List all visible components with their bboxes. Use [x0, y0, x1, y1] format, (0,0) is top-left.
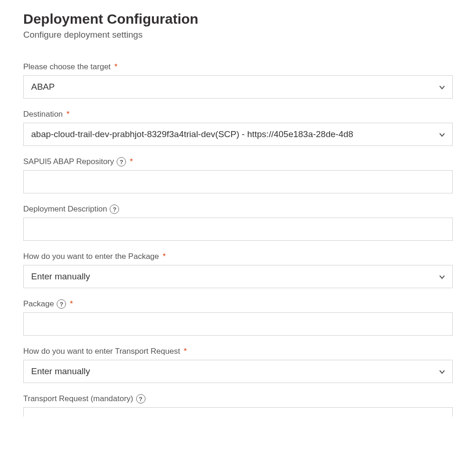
chevron-down-icon: [438, 131, 446, 138]
field-transport-mode: How do you want to enter Transport Reque…: [23, 347, 453, 383]
help-icon[interactable]: ?: [57, 299, 66, 309]
destination-label: Destination: [23, 110, 63, 119]
package-label-row: Package ? *: [23, 299, 453, 309]
field-package-mode: How do you want to enter the Package * E…: [23, 252, 453, 288]
destination-value: abap-cloud-trail-dev-prabhjot-8329f3a4tr…: [31, 129, 432, 139]
help-icon[interactable]: ?: [110, 205, 119, 214]
required-mark: *: [130, 157, 133, 166]
page-title: Deployment Configuration: [23, 11, 453, 27]
help-icon[interactable]: ?: [136, 394, 145, 403]
required-mark: *: [66, 110, 70, 119]
page-subtitle: Configure deployment settings: [23, 30, 453, 40]
chevron-down-icon: [438, 368, 446, 375]
description-label-row: Deployment Description ?: [23, 205, 453, 214]
description-label: Deployment Description: [23, 205, 107, 214]
transport-mode-label: How do you want to enter Transport Reque…: [23, 347, 180, 356]
target-value: ABAP: [31, 82, 432, 92]
deployment-config-form: Deployment Configuration Configure deplo…: [0, 0, 476, 416]
transport-mode-value: Enter manually: [31, 366, 432, 377]
target-label-row: Please choose the target *: [23, 62, 453, 72]
transport-label-row: Transport Request (mandatory) ?: [23, 394, 453, 403]
package-mode-value: Enter manually: [31, 271, 432, 282]
chevron-down-icon: [438, 83, 446, 91]
target-select[interactable]: ABAP: [23, 75, 453, 99]
field-description: Deployment Description ?: [23, 205, 453, 241]
required-mark: *: [184, 347, 187, 356]
transport-input[interactable]: [23, 407, 453, 416]
required-mark: *: [114, 62, 118, 72]
package-mode-label-row: How do you want to enter the Package *: [23, 252, 453, 261]
repository-label-row: SAPUI5 ABAP Repository ? *: [23, 157, 453, 166]
description-input[interactable]: [23, 218, 453, 241]
field-package: Package ? *: [23, 299, 453, 336]
help-icon[interactable]: ?: [117, 157, 126, 166]
package-input[interactable]: [23, 312, 453, 336]
chevron-down-icon: [438, 273, 446, 280]
package-mode-select[interactable]: Enter manually: [23, 265, 453, 288]
target-label: Please choose the target: [23, 62, 111, 72]
repository-input[interactable]: [23, 170, 453, 193]
field-transport: Transport Request (mandatory) ?: [23, 394, 453, 416]
package-label: Package: [23, 299, 54, 309]
package-mode-label: How do you want to enter the Package: [23, 252, 159, 261]
required-mark: *: [163, 252, 166, 261]
destination-select[interactable]: abap-cloud-trail-dev-prabhjot-8329f3a4tr…: [23, 123, 453, 146]
transport-mode-select[interactable]: Enter manually: [23, 360, 453, 383]
transport-mode-label-row: How do you want to enter Transport Reque…: [23, 347, 453, 356]
field-repository: SAPUI5 ABAP Repository ? *: [23, 157, 453, 193]
field-destination: Destination * abap-cloud-trail-dev-prabh…: [23, 110, 453, 146]
repository-label: SAPUI5 ABAP Repository: [23, 157, 114, 166]
field-target: Please choose the target * ABAP: [23, 62, 453, 99]
transport-label: Transport Request (mandatory): [23, 394, 133, 403]
required-mark: *: [70, 299, 73, 309]
destination-label-row: Destination *: [23, 110, 453, 119]
